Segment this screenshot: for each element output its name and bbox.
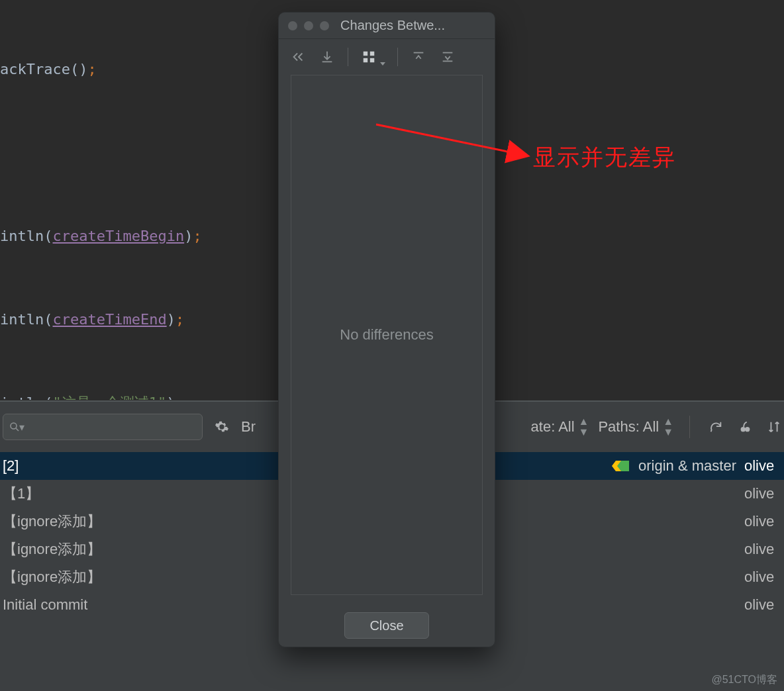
commit-message: 【ignore添加】 bbox=[3, 512, 101, 531]
annotation-text: 显示并无差异 bbox=[533, 142, 676, 173]
commit-message: 【1】 bbox=[3, 484, 40, 504]
gear-icon[interactable] bbox=[212, 417, 232, 437]
dialog-title: Changes Betwe... bbox=[300, 18, 485, 33]
commit-message: [2] bbox=[3, 457, 19, 475]
svg-rect-10 bbox=[370, 58, 374, 62]
toolbar-divider bbox=[397, 48, 398, 66]
commit-message: 【ignore添加】 bbox=[3, 567, 101, 587]
commit-message: 【ignore添加】 bbox=[3, 539, 101, 559]
svg-rect-9 bbox=[364, 58, 368, 62]
cherry-pick-icon[interactable] bbox=[735, 417, 755, 437]
log-search-input[interactable]: ▾ bbox=[3, 414, 203, 440]
svg-point-3 bbox=[745, 427, 750, 432]
code-text: intln bbox=[0, 311, 44, 328]
commit-author: olive bbox=[744, 569, 784, 586]
code-paren: ) bbox=[184, 228, 193, 244]
branch-label: origin & master bbox=[638, 457, 736, 475]
code-text: ackTrace bbox=[0, 61, 70, 77]
dialog-footer: Close bbox=[279, 604, 495, 647]
watermark: @51CTO博客 bbox=[711, 673, 777, 687]
commit-message: Initial commit bbox=[3, 596, 87, 614]
changes-dialog: Changes Betwe... No di bbox=[278, 12, 495, 647]
dropdown-caret-icon[interactable] bbox=[380, 62, 385, 66]
code-text: ; bbox=[87, 61, 96, 77]
collapse-top-icon[interactable] bbox=[410, 48, 427, 66]
sort-icon: ▲▼ bbox=[663, 416, 673, 438]
commit-author: olive bbox=[744, 513, 784, 530]
grid-view-icon[interactable] bbox=[360, 48, 377, 66]
commit-author: olive bbox=[744, 541, 784, 558]
code-variable: createTimeEnd bbox=[52, 311, 166, 328]
date-filter-label: ate: All bbox=[531, 418, 575, 436]
commit-author: olive bbox=[744, 485, 784, 502]
toolbar-divider bbox=[348, 48, 348, 66]
svg-rect-7 bbox=[364, 52, 368, 56]
collapse-bottom-icon[interactable] bbox=[439, 48, 456, 66]
search-field[interactable] bbox=[24, 421, 197, 433]
svg-point-0 bbox=[11, 423, 17, 429]
code-paren: ( bbox=[44, 228, 52, 244]
intellisort-icon[interactable] bbox=[764, 417, 784, 437]
close-button[interactable]: Close bbox=[344, 612, 429, 639]
commit-author: olive bbox=[744, 596, 784, 614]
date-filter[interactable]: ate: All ▲▼ bbox=[531, 416, 589, 438]
code-paren: ( bbox=[44, 311, 52, 328]
prev-diff-icon[interactable] bbox=[289, 48, 307, 66]
code-text: intln bbox=[0, 228, 44, 244]
paths-filter-label: Paths: All bbox=[598, 418, 659, 436]
no-differences-label: No differences bbox=[340, 326, 433, 344]
dialog-toolbar bbox=[279, 39, 495, 75]
svg-rect-8 bbox=[370, 52, 374, 56]
branch-filter[interactable]: Br bbox=[241, 418, 256, 436]
download-icon[interactable] bbox=[318, 48, 336, 66]
code-semi: ; bbox=[175, 311, 184, 328]
refresh-icon[interactable] bbox=[706, 417, 726, 437]
svg-line-1 bbox=[16, 428, 19, 431]
paths-filter[interactable]: Paths: All ▲▼ bbox=[598, 416, 673, 438]
code-semi: ; bbox=[193, 228, 201, 244]
code-variable: createTimeBegin bbox=[52, 228, 184, 244]
code-text: () bbox=[70, 61, 88, 77]
dialog-titlebar[interactable]: Changes Betwe... bbox=[279, 13, 495, 39]
search-icon bbox=[9, 421, 21, 433]
commit-author: olive bbox=[744, 457, 784, 475]
sort-icon: ▲▼ bbox=[579, 416, 589, 438]
diff-content-area: No differences bbox=[291, 75, 483, 595]
branch-tag-icon bbox=[612, 459, 632, 473]
code-paren: ) bbox=[167, 311, 175, 328]
close-window-icon[interactable] bbox=[288, 21, 297, 30]
svg-point-2 bbox=[741, 427, 746, 432]
toolbar-divider bbox=[689, 416, 690, 438]
